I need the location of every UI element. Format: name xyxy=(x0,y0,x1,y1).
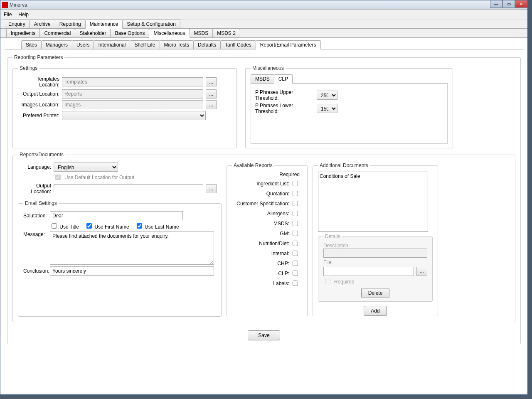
tab-msds[interactable]: MSDS xyxy=(190,29,213,37)
report-customer-spec-checkbox[interactable] xyxy=(293,201,298,206)
report-msds-checkbox[interactable] xyxy=(293,221,298,226)
menu-file[interactable]: File xyxy=(4,12,12,17)
available-reports-group: Available Reports Required Ingredient Li… xyxy=(227,163,308,316)
tab-commercial[interactable]: Commercial xyxy=(39,29,75,37)
use-last-name-checkbox[interactable] xyxy=(137,223,142,229)
tab-report-email-params[interactable]: Report/Email Parameters xyxy=(256,40,321,49)
app-icon xyxy=(2,2,8,8)
tab-sites[interactable]: Sites xyxy=(21,40,42,49)
additional-documents-group: Additional Documents Conditions of Sale … xyxy=(313,163,438,316)
report-quotation-checkbox[interactable] xyxy=(293,191,298,196)
output-label: Output Location: xyxy=(18,91,59,97)
details-legend: Details xyxy=(323,234,342,239)
close-button[interactable]: ✕ xyxy=(515,0,527,8)
salutation-input[interactable] xyxy=(50,211,183,220)
output-input[interactable] xyxy=(62,89,203,99)
templates-input[interactable] xyxy=(62,77,203,86)
additional-documents-legend: Additional Documents xyxy=(318,163,370,168)
email-settings-legend: Email Settings xyxy=(23,200,59,206)
file-label: File: xyxy=(323,259,427,265)
lower-threshold-select[interactable]: 150 xyxy=(317,104,337,113)
tab-reporting[interactable]: Reporting xyxy=(55,20,86,28)
app-window: Minerva — ▭ ✕ File Help Enquiry Archive … xyxy=(0,0,528,395)
templates-browse[interactable]: ... xyxy=(206,77,217,86)
delete-button[interactable]: Delete xyxy=(361,288,390,298)
report-gm-checkbox[interactable] xyxy=(293,231,298,236)
upper-threshold-select[interactable]: 250 xyxy=(317,91,337,100)
maximize-button[interactable]: ▭ xyxy=(502,0,515,8)
required-header: Required xyxy=(232,172,302,177)
docs-output-label: Output Location: xyxy=(18,183,51,195)
available-reports-legend: Available Reports xyxy=(232,163,274,168)
settings-group: Settings Templates Location: ... Output … xyxy=(12,65,237,148)
printer-select[interactable] xyxy=(62,111,206,120)
add-button[interactable]: Add xyxy=(364,306,387,316)
default-location-checkbox[interactable] xyxy=(55,175,61,180)
description-label: Description: xyxy=(323,243,427,249)
report-ingredient-list-checkbox[interactable] xyxy=(293,181,298,186)
upper-threshold-label: P Phrases Upper Threshold: xyxy=(255,89,314,101)
miscellaneous-legend: Miscellaneous xyxy=(251,65,286,71)
tab-setup[interactable]: Setup & Configuration xyxy=(122,20,180,28)
conclusion-label: Conclusion: xyxy=(23,268,47,274)
tab-enquiry[interactable]: Enquiry xyxy=(4,20,30,28)
lower-threshold-label: P Phrases Lower Threshold: xyxy=(255,103,314,114)
tab-stakeholder[interactable]: Stakeholder xyxy=(75,29,111,37)
docs-output-input[interactable] xyxy=(54,184,203,193)
tab-international[interactable]: International xyxy=(94,40,130,49)
miscellaneous-group: Miscellaneous MSDS CLP P Phrases Upper T… xyxy=(245,65,453,148)
list-item[interactable]: Conditions of Sale xyxy=(320,173,426,179)
tab-msds2[interactable]: MSDS 2 xyxy=(212,29,240,37)
conclusion-input[interactable] xyxy=(50,266,214,276)
email-settings-group: Email Settings Salutation: Use Title Use… xyxy=(18,200,222,317)
report-clp-checkbox[interactable] xyxy=(293,271,298,276)
settings-legend: Settings xyxy=(18,65,39,71)
menubar: File Help xyxy=(0,10,527,20)
report-internal-checkbox[interactable] xyxy=(293,251,298,256)
tabs-level1: Enquiry Archive Reporting Maintenance Se… xyxy=(0,20,527,29)
message-textarea[interactable]: Please find attached the documents for y… xyxy=(50,232,214,265)
details-group: Details Description: File: ... Required … xyxy=(318,234,433,302)
reports-documents-group: Reports/Documents Language: English Use … xyxy=(12,152,515,322)
tabs-level3: Sites Managers Users International Shelf… xyxy=(5,40,523,49)
tab-users[interactable]: Users xyxy=(72,40,94,49)
save-button[interactable]: Save xyxy=(248,330,280,340)
report-nutrition-checkbox[interactable] xyxy=(293,241,298,246)
tab-miscellaneous[interactable]: Miscellaneous xyxy=(149,29,190,38)
output-browse[interactable]: ... xyxy=(206,89,217,99)
tab-maintenance[interactable]: Maintenance xyxy=(85,20,123,29)
misc-tab-msds[interactable]: MSDS xyxy=(251,74,274,83)
minimize-button[interactable]: — xyxy=(490,0,502,8)
tab-micro-tests[interactable]: Micro Tests xyxy=(160,40,194,49)
use-first-name-checkbox[interactable] xyxy=(86,223,92,229)
tab-archive[interactable]: Archive xyxy=(30,20,55,28)
salutation-label: Salutation: xyxy=(23,213,47,219)
docs-output-browse[interactable]: ... xyxy=(206,184,217,193)
tab-shelf-life[interactable]: Shelf Life xyxy=(130,40,160,49)
report-allergens-checkbox[interactable] xyxy=(293,211,298,216)
file-input[interactable] xyxy=(323,267,414,276)
file-browse[interactable]: ... xyxy=(416,267,427,276)
report-labels-checkbox[interactable] xyxy=(293,281,298,286)
images-input[interactable] xyxy=(62,100,203,109)
additional-docs-list[interactable]: Conditions of Sale xyxy=(318,172,428,232)
use-title-checkbox[interactable] xyxy=(52,223,57,229)
images-browse[interactable]: ... xyxy=(206,100,217,109)
titlebar: Minerva — ▭ ✕ xyxy=(0,0,527,10)
tab-defaults[interactable]: Defaults xyxy=(193,40,221,49)
reporting-parameters-legend: Reporting Parameters xyxy=(12,54,64,60)
default-location-label: Use Default Location for Output xyxy=(64,175,134,180)
tab-tariff-codes[interactable]: Tariff Codes xyxy=(220,40,256,49)
language-label: Language: xyxy=(18,164,51,170)
tab-base-options[interactable]: Base Options xyxy=(110,29,149,37)
reporting-parameters-group: Reporting Parameters Settings Templates … xyxy=(7,54,521,344)
description-input[interactable] xyxy=(323,249,427,258)
tab-ingredients[interactable]: Ingredients xyxy=(6,29,40,37)
language-select[interactable]: English xyxy=(54,163,118,172)
details-required-checkbox[interactable] xyxy=(325,279,330,284)
report-chp-checkbox[interactable] xyxy=(293,261,298,266)
window-title: Minerva xyxy=(10,2,27,8)
misc-tab-clp[interactable]: CLP xyxy=(274,74,293,84)
menu-help[interactable]: Help xyxy=(18,12,29,17)
tab-managers[interactable]: Managers xyxy=(41,40,72,49)
